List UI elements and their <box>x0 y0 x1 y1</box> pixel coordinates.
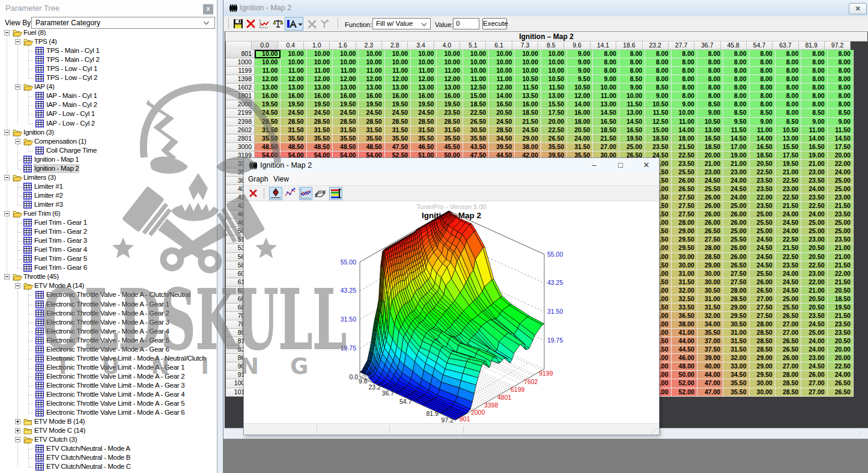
grid-cell[interactable]: 10.00 <box>333 58 359 67</box>
grid-cell[interactable]: 23.50 <box>801 177 827 185</box>
grid-cell[interactable]: 8.00 <box>723 84 749 92</box>
grid-cell[interactable]: 8.00 <box>828 84 854 92</box>
grid-cell[interactable]: 31.50 <box>567 143 593 151</box>
grid-cell[interactable]: 13.00 <box>775 135 801 143</box>
grid-cell[interactable]: 8.00 <box>672 50 697 58</box>
grid-cell[interactable]: 30.00 <box>750 388 775 397</box>
grid-cell[interactable]: 26.00 <box>723 210 749 219</box>
tree-item-label[interactable]: Limiter #2 <box>34 192 63 200</box>
grid-row-header[interactable]: 1199 <box>226 67 255 75</box>
grid-cell[interactable]: 19.50 <box>619 135 645 143</box>
grid-cell[interactable]: 35.50 <box>697 329 723 337</box>
grid-cell[interactable]: 50.00 <box>672 371 697 379</box>
grid-cell[interactable]: 18.50 <box>828 295 854 304</box>
grid-cell[interactable]: 8.00 <box>672 75 697 84</box>
grid-cell[interactable]: 10.00 <box>515 50 541 58</box>
grid-cell[interactable]: 10.50 <box>697 118 723 126</box>
tree-item-label[interactable]: Coil Charge Time <box>46 147 97 154</box>
grid-cell[interactable]: 24.50 <box>255 109 281 117</box>
grid-cell[interactable]: 31.50 <box>723 337 749 346</box>
grid-cell[interactable]: 24.00 <box>775 227 801 236</box>
tree-expander-minus[interactable] <box>15 283 20 288</box>
grid-cell[interactable]: 13.00 <box>333 84 359 92</box>
grid-cell[interactable]: 21.50 <box>828 202 854 210</box>
pan-mode-button[interactable] <box>269 187 282 200</box>
grid-cell[interactable]: 35.50 <box>359 135 384 143</box>
grid-cell[interactable]: 36.50 <box>672 312 697 320</box>
grid-cell[interactable]: 8.50 <box>723 109 749 117</box>
grid-col-header[interactable]: 2.8 <box>382 41 408 50</box>
grid-cell[interactable]: 26.50 <box>463 118 489 126</box>
grid-cell[interactable]: 29.00 <box>672 227 697 236</box>
grid-cell[interactable]: 8.00 <box>775 75 801 84</box>
grid-cell[interactable]: 8.00 <box>697 92 723 100</box>
grid-cell[interactable]: 31.50 <box>672 278 697 287</box>
grid-cell[interactable]: 10.00 <box>385 58 411 67</box>
grid-cell[interactable]: 19.50 <box>437 100 463 109</box>
grid-cell[interactable]: 16.00 <box>359 92 384 100</box>
grid-cell[interactable]: 25.50 <box>723 236 749 244</box>
tree-item-label[interactable]: TPS - Main - Cyl 2 <box>46 56 100 64</box>
resize-grip-icon[interactable]: ⋰ <box>652 427 658 434</box>
grid-cell[interactable]: 31.50 <box>359 126 384 135</box>
grid-cell[interactable]: 9.00 <box>697 109 723 117</box>
grid-cell[interactable]: 19.50 <box>828 304 854 312</box>
grid-cell[interactable]: 26.50 <box>672 185 697 194</box>
grid-cell[interactable]: 8.00 <box>723 50 749 58</box>
grid-cell[interactable]: 24.50 <box>411 109 437 117</box>
tree-item-label[interactable]: Electronic Throttle Valve - Mode A - Gea… <box>46 319 169 326</box>
grid-cell[interactable]: 8.00 <box>775 84 801 92</box>
grid-cell[interactable]: 29.00 <box>515 135 541 143</box>
grid-col-header[interactable]: 81.9 <box>799 41 825 50</box>
grid-cell[interactable]: 24.50 <box>697 177 723 185</box>
grid-cell[interactable]: 28.00 <box>672 219 697 227</box>
grid-cell[interactable]: 31.50 <box>385 126 411 135</box>
grid-cell[interactable]: 20.50 <box>801 295 827 304</box>
grid-cell[interactable]: 25.00 <box>828 227 854 236</box>
grid-cell[interactable]: 25.00 <box>750 227 775 236</box>
grid-row-header[interactable]: 3000 <box>226 143 255 151</box>
tree-item-label[interactable]: TPS (4) <box>34 38 57 46</box>
grid-cell[interactable]: 8.00 <box>775 50 801 58</box>
line-chart-button[interactable] <box>299 187 312 200</box>
grid-cell[interactable]: 16.00 <box>333 92 359 100</box>
grid-cell[interactable]: 10.00 <box>385 50 411 58</box>
grid-cell[interactable]: 27.00 <box>593 143 619 151</box>
value-input[interactable]: 0 <box>453 18 479 29</box>
grid-cell[interactable]: 10.00 <box>489 58 515 67</box>
grid-cell[interactable]: 10.00 <box>619 92 645 100</box>
grid-cell[interactable]: 27.00 <box>801 379 827 388</box>
grid-cell[interactable]: 18.50 <box>645 135 671 143</box>
grid-cell[interactable]: 9.50 <box>723 118 749 126</box>
tree-item-label[interactable]: TPS - Main - Cyl 1 <box>46 47 100 55</box>
grid-cell[interactable]: 21.50 <box>828 261 854 270</box>
grid-cell[interactable]: 8.00 <box>801 50 827 58</box>
grid-cell[interactable]: 9.00 <box>567 67 593 75</box>
grid-cell[interactable]: 27.50 <box>672 210 697 219</box>
grid-row-header[interactable]: 2602 <box>226 126 255 135</box>
grid-cell[interactable]: 25.00 <box>619 143 645 151</box>
grid-cell[interactable]: 35.50 <box>307 135 333 143</box>
grid-cell[interactable]: 27.50 <box>723 278 749 287</box>
grid-cell[interactable]: 31.50 <box>723 346 749 354</box>
grid-cell[interactable]: 39.50 <box>489 143 515 151</box>
grid-cell[interactable]: 34.50 <box>489 135 515 143</box>
grid-cell[interactable]: 8.00 <box>645 58 671 67</box>
grid-cell[interactable]: 10.00 <box>463 50 489 58</box>
grid-cell[interactable]: 25.00 <box>801 227 827 236</box>
tree-item-label[interactable]: Electronic Throttle Valve Limit - Mode A… <box>46 391 184 398</box>
grid-cell[interactable]: 52.00 <box>672 388 697 397</box>
grid-cell[interactable]: 26.00 <box>723 244 749 252</box>
grid-cell[interactable]: 35.50 <box>385 135 411 143</box>
grid-cell[interactable]: 14.00 <box>672 126 697 135</box>
grid-cell[interactable]: 31.00 <box>723 329 749 337</box>
grid-cell[interactable]: 22.50 <box>541 126 567 135</box>
grid-row-header[interactable]: 2199 <box>226 109 255 117</box>
grid-cell[interactable]: 8.00 <box>750 67 775 75</box>
surface-wireframe-button[interactable] <box>314 187 327 200</box>
grid-cell[interactable]: 38.00 <box>672 320 697 329</box>
grid-cell[interactable]: 8.00 <box>697 50 723 58</box>
grid-cell[interactable]: 11.50 <box>619 100 645 109</box>
grid-cell[interactable]: 10.00 <box>437 58 463 67</box>
grid-cell[interactable]: 8.00 <box>775 109 801 117</box>
